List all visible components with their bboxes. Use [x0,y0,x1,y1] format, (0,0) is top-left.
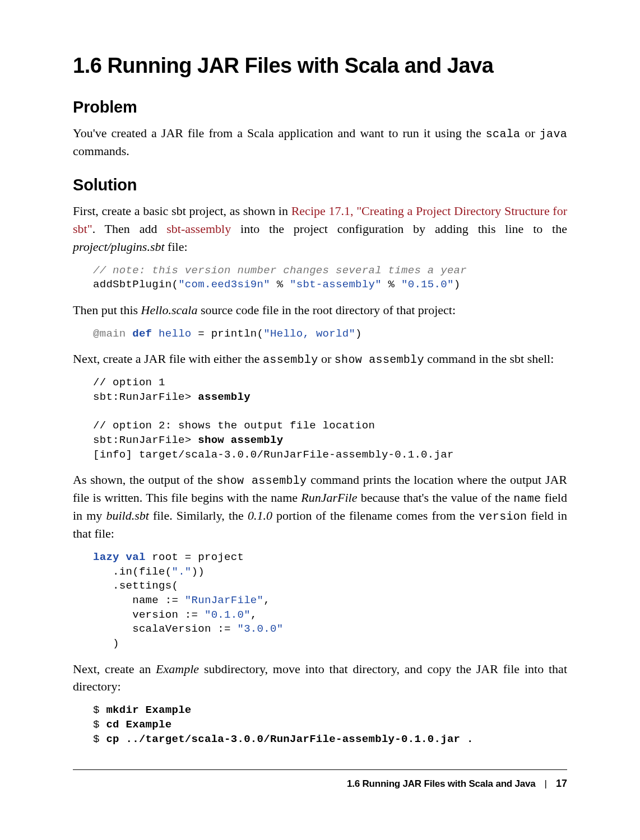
solution-paragraph-2: Then put this Hello.scala source code fi… [73,301,567,319]
term: Example [156,662,199,676]
solution-paragraph-3: Next, create a JAR file with either the … [73,350,567,368]
inline-code: show assembly [335,353,424,366]
text: Then put this [73,303,141,317]
text: portion of the filename comes from the [272,508,479,522]
code-text: name := [93,594,185,606]
text: file: [165,240,188,254]
code-string: "." [171,566,191,578]
text: source code file in the root directory o… [197,303,456,317]
inline-code: java [540,128,567,141]
code-text: )) [192,566,205,578]
code-text: sbt:RunJarFile> [93,391,198,403]
code-text: ) [93,637,119,650]
code-text [152,328,159,340]
code-string: "0.1.0" [205,609,251,621]
solution-paragraph-5: Next, create an Example subdirectory, mo… [73,660,567,696]
code-text: % [382,278,401,291]
term: 0.1.0 [248,508,272,522]
code-keyword: def [132,328,152,340]
code-text: .settings( [93,580,178,592]
footer-section-title: 1.6 Running JAR Files with Scala and Jav… [347,778,536,790]
code-text: .in(file( [93,566,171,578]
code-text: , [251,609,257,621]
code-text: addSbtPlugin( [93,278,178,291]
page-content: 1.6 Running JAR Files with Scala and Jav… [0,0,640,746]
problem-heading: Problem [73,98,567,116]
code-block-sbt-shell: // option 1 sbt:RunJarFile> assembly // … [73,376,567,462]
page-number: 17 [556,778,567,790]
footer-separator: | [545,778,547,790]
code-keyword: lazy val [93,551,146,563]
code-annotation: @main [93,328,126,340]
code-string: "sbt-assembly" [290,278,382,291]
code-block-buildsbt: lazy val root = project .in(file(".")) .… [73,550,567,651]
term: RunJarFile [301,491,357,505]
solution-paragraph-4: As shown, the output of the show assembl… [73,471,567,543]
code-string: "RunJarFile" [185,594,263,606]
file-name: project/plugins.sbt [73,240,165,254]
text: . Then add [92,222,167,236]
solution-paragraph-1: First, create a basic sbt project, as sh… [73,202,567,256]
code-string: "com.eed3si9n" [178,278,270,291]
code-text: root = project [146,551,244,563]
code-text [126,328,133,340]
text: or [520,126,539,140]
code-text: , [263,594,270,606]
section-heading: 1.6 Running JAR Files with Scala and Jav… [73,54,567,78]
inline-code: scala [486,128,521,141]
code-text: // option 2: shows the output file locat… [93,419,375,432]
code-command: cp ../target/scala-3.0.0/RunJarFile-asse… [106,733,473,745]
code-text: ) [355,328,362,340]
code-string: "3.0.0" [237,623,283,635]
page-footer: 1.6 Running JAR Files with Scala and Jav… [73,769,567,790]
code-string: "Hello, world" [263,328,355,340]
file-name: Hello.scala [141,303,198,317]
code-command: show assembly [198,434,283,446]
code-block-shell: $ mkdir Example $ cd Example $ cp ../tar… [73,703,567,746]
text: Next, create a JAR file with either the [73,352,263,366]
text: into the project configuration by adding… [231,222,567,236]
inline-code: version [479,510,527,523]
code-text: % [270,278,290,291]
code-text: sbt:RunJarFile> [93,434,198,446]
text: file. Similarly, the [149,508,248,522]
inline-code: show assembly [216,474,307,487]
code-name: hello [159,328,192,340]
text: or [318,352,334,366]
code-block-plugins: // note: this version number changes sev… [73,264,567,292]
text: First, create a basic sbt project, as sh… [73,204,291,218]
inline-code: name [513,492,541,505]
code-text: scalaVersion := [93,623,237,635]
text: commands. [73,144,129,158]
code-command: assembly [198,391,251,403]
code-text: // option 1 [93,376,165,389]
solution-heading: Solution [73,176,567,194]
code-command: cd Example [106,718,171,731]
code-command: mkdir Example [106,704,191,716]
code-text: ) [454,278,461,291]
text: As shown, the output of the [73,473,216,487]
code-text: version := [93,609,205,621]
code-prompt: $ [93,733,106,745]
code-prompt: $ [93,704,106,716]
code-text: [info] target/scala-3.0.0/RunJarFile-ass… [93,449,454,461]
problem-paragraph: You've created a JAR file from a Scala a… [73,124,567,160]
code-block-hello: @main def hello = println("Hello, world"… [73,327,567,342]
text: because that's the value of the [357,491,513,505]
text: Next, create an [73,662,156,676]
code-comment: // note: this version number changes sev… [93,264,467,277]
file-name: build.sbt [106,508,149,522]
text: command in the sbt shell: [424,352,554,366]
inline-code: assembly [263,353,318,366]
text: You've created a JAR file from a Scala a… [73,126,486,140]
code-text: = println( [192,328,264,340]
code-string: "0.15.0" [401,278,454,291]
sbt-assembly-link[interactable]: sbt-assembly [166,222,231,236]
code-prompt: $ [93,718,106,731]
